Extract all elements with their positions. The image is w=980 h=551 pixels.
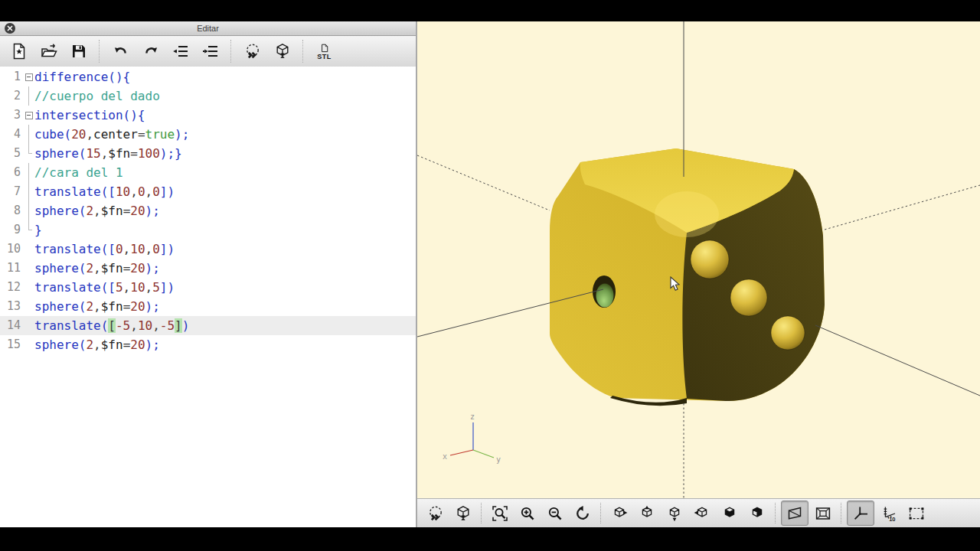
undo-button[interactable] <box>106 38 136 64</box>
letterbox-top <box>0 0 980 21</box>
code-line-15[interactable]: 15sphere(2,$fn=20); <box>0 335 416 354</box>
toolbar-separator <box>481 503 482 523</box>
code-text: sphere(2,$fn=20); <box>34 259 160 278</box>
view-all-button[interactable] <box>903 501 929 525</box>
code-line-12[interactable]: 12translate([5,10,5]) <box>0 278 416 297</box>
code-line-1[interactable]: 1difference(){ <box>0 67 416 86</box>
code-text: } <box>34 220 42 240</box>
render-button[interactable] <box>450 501 476 525</box>
axis-label-y: y <box>496 455 501 464</box>
line-number: 13 <box>0 297 23 316</box>
code-text: //cara del 1 <box>34 163 123 182</box>
axis-label-x: x <box>443 452 447 461</box>
zoom-all-button[interactable] <box>487 501 513 525</box>
fold-column <box>23 201 34 220</box>
reset-view-icon <box>573 504 592 523</box>
letterbox-bottom <box>0 527 980 551</box>
fold-column <box>23 182 34 201</box>
line-number: 2 <box>0 86 23 106</box>
view-back-button[interactable] <box>744 501 770 525</box>
export-stl-label: STL <box>317 53 332 60</box>
zoom-all-icon <box>491 504 509 523</box>
orthogonal-button[interactable] <box>810 501 836 525</box>
perspective-button[interactable] <box>781 500 808 526</box>
line-number: 5 <box>0 144 23 163</box>
code-line-8[interactable]: 8sphere(2,$fn=20); <box>0 201 416 220</box>
code-line-9[interactable]: 9} <box>0 220 416 240</box>
export-stl-button[interactable]: STL <box>309 38 339 64</box>
fold-column <box>23 278 34 297</box>
code-text: cube(20,center=true); <box>34 125 189 144</box>
zoom-out-button[interactable] <box>542 501 568 525</box>
view-bottom-icon <box>665 504 684 523</box>
view-left-button[interactable] <box>689 501 715 525</box>
preview-button[interactable] <box>423 501 449 525</box>
viewport-3d[interactable]: z x y 10 <box>417 21 980 527</box>
code-line-14[interactable]: 14translate([-5,10,-5]) <box>0 316 416 335</box>
indent-button[interactable] <box>195 38 225 64</box>
code-line-10[interactable]: 10translate([0,10,0]) <box>0 240 416 259</box>
code-line-4[interactable]: 4cube(20,center=true); <box>0 125 416 144</box>
code-line-3[interactable]: 3intersection(){ <box>0 106 416 125</box>
fold-toggle-icon[interactable] <box>23 106 34 125</box>
show-scale-markers-button[interactable]: 10 <box>876 501 902 525</box>
line-number: 10 <box>0 240 23 259</box>
perspective-icon <box>786 504 804 523</box>
new-file-button[interactable] <box>4 38 34 64</box>
code-text: //cuerpo del dado <box>34 86 160 106</box>
unindent-button[interactable] <box>165 38 195 64</box>
fold-column <box>23 240 34 259</box>
code-text: intersection(){ <box>34 106 145 125</box>
view-right-icon <box>610 504 629 523</box>
fold-toggle-icon[interactable] <box>23 67 34 86</box>
view-all-icon <box>907 504 926 523</box>
code-line-11[interactable]: 11sphere(2,$fn=20); <box>0 259 416 278</box>
open-file-button[interactable] <box>34 38 64 64</box>
render-button[interactable] <box>267 38 297 64</box>
line-number: 9 <box>0 220 23 240</box>
code-line-5[interactable]: 5sphere(15,$fn=100);} <box>0 144 416 163</box>
open-file-icon <box>40 42 58 60</box>
save-file-button[interactable] <box>64 38 93 64</box>
code-line-6[interactable]: 6//cara del 1 <box>0 163 416 182</box>
new-file-icon <box>10 42 28 60</box>
line-number: 15 <box>0 335 23 354</box>
viewport-3d-scene[interactable]: z x y <box>417 21 980 498</box>
code-text: sphere(2,$fn=20); <box>34 335 160 354</box>
view-right-button[interactable] <box>606 501 632 525</box>
code-text: sphere(15,$fn=100);} <box>34 144 182 163</box>
dimple <box>771 316 805 350</box>
code-text: difference(){ <box>34 67 130 86</box>
close-button[interactable] <box>5 23 15 34</box>
toolbar-separator <box>302 40 304 63</box>
cursor-arrow-icon <box>670 276 681 292</box>
preview-button[interactable] <box>237 38 267 64</box>
redo-button[interactable] <box>136 38 165 64</box>
undo-icon <box>112 42 130 60</box>
view-left-icon <box>693 504 711 523</box>
view-bottom-button[interactable] <box>662 501 688 525</box>
show-axes-button[interactable] <box>847 500 874 526</box>
view-top-icon <box>638 504 656 523</box>
axis-indicator: z x y <box>443 412 501 464</box>
reset-view-button[interactable] <box>570 501 596 525</box>
fold-column <box>23 335 34 354</box>
die-face-one-hole <box>593 276 616 308</box>
code-line-2[interactable]: 2//cuerpo del dado <box>0 86 416 106</box>
code-text: translate([0,10,0]) <box>34 240 175 259</box>
code-text: translate([5,10,5]) <box>34 278 175 297</box>
toolbar-separator <box>841 503 842 523</box>
view-front-button[interactable] <box>717 501 743 525</box>
code-text: translate([10,0,0]) <box>34 182 175 201</box>
svg-text:10: 10 <box>889 516 895 523</box>
unindent-icon <box>172 42 190 60</box>
code-line-7[interactable]: 7translate([10,0,0]) <box>0 182 416 201</box>
toolbar-separator <box>600 503 602 523</box>
zoom-in-button[interactable] <box>514 501 541 525</box>
toolbar-separator <box>99 40 100 63</box>
code-editor[interactable]: 1difference(){2//cuerpo del dado3interse… <box>0 67 416 527</box>
code-line-13[interactable]: 13sphere(2,$fn=20); <box>0 297 416 316</box>
editor-toolbar: STL <box>0 36 416 67</box>
preview-icon <box>426 504 445 523</box>
view-top-button[interactable] <box>634 501 660 525</box>
